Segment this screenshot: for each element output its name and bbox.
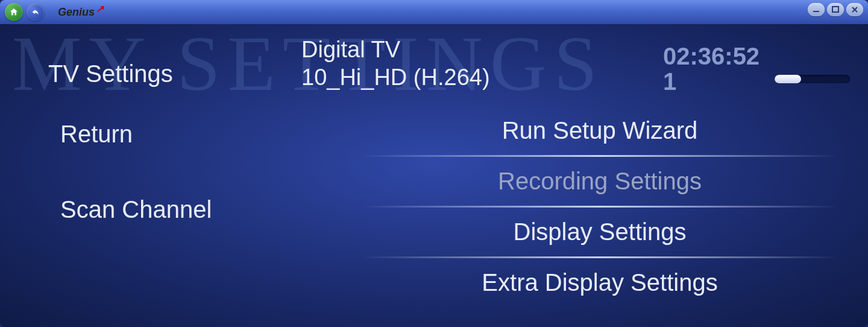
close-button[interactable] xyxy=(846,3,863,16)
menu-item-label: Display Settings xyxy=(514,218,687,245)
menu-item-label: Run Setup Wizard xyxy=(502,117,698,144)
menu-item-label: Return xyxy=(60,121,133,147)
menu-item-label: Scan Channel xyxy=(60,196,212,223)
signal-index: 1 xyxy=(663,68,676,95)
titlebar-left: Genius ↗ xyxy=(5,3,104,21)
home-icon xyxy=(9,7,19,17)
menu-item-label: Extra Display Settings xyxy=(482,269,717,296)
brand-arrow-icon: ↗ xyxy=(96,3,104,14)
menu-item-display-settings[interactable]: Display Settings xyxy=(350,210,850,254)
channel-info: Digital TV 10_Hi_HD (H.264) xyxy=(301,36,490,91)
menu-item-run-setup-wizard[interactable]: Run Setup Wizard xyxy=(350,109,850,153)
signal-strength-fill xyxy=(775,75,801,83)
brand-text: Genius xyxy=(58,6,95,19)
left-menu: Return Scan Channel xyxy=(60,97,350,305)
header-row: TV Settings Digital TV 10_Hi_HD (H.264) … xyxy=(0,24,868,97)
menu-item-label: Recording Settings xyxy=(498,168,702,194)
page-title: TV Settings xyxy=(48,36,301,87)
channel-name: 10_Hi_HD (H.264) xyxy=(301,64,490,92)
window-controls xyxy=(808,3,863,16)
signal-strength-bar xyxy=(775,75,850,83)
svg-rect-0 xyxy=(813,11,819,12)
back-button[interactable] xyxy=(27,3,45,21)
menu-item-recording-settings[interactable]: Recording Settings xyxy=(350,159,850,203)
menu-item-return[interactable]: Return xyxy=(60,115,350,154)
app-window: Genius ↗ MY SETTINGS TV Settings Digital… xyxy=(0,0,868,327)
menu-area: Return Scan Channel Run Setup Wizard Rec… xyxy=(0,97,868,305)
brand-logo: Genius ↗ xyxy=(58,6,104,19)
menu-divider xyxy=(362,206,838,208)
back-arrow-icon xyxy=(31,7,40,17)
clock-time: 02:36:52 xyxy=(663,43,760,69)
minimize-icon xyxy=(813,6,820,13)
maximize-icon xyxy=(832,6,839,13)
menu-item-scan-channel[interactable]: Scan Channel xyxy=(60,190,350,229)
titlebar: Genius ↗ xyxy=(0,0,868,24)
minimize-button[interactable] xyxy=(808,3,825,16)
menu-divider xyxy=(362,155,838,157)
maximize-button[interactable] xyxy=(827,3,844,16)
close-icon xyxy=(851,6,858,13)
svg-rect-1 xyxy=(832,7,838,12)
content: MY SETTINGS TV Settings Digital TV 10_Hi… xyxy=(0,24,868,327)
clock: 02:36:52 1 xyxy=(663,43,772,94)
right-menu: Run Setup Wizard Recording Settings Disp… xyxy=(350,97,850,305)
menu-divider xyxy=(362,256,838,258)
menu-item-extra-display-settings[interactable]: Extra Display Settings xyxy=(350,261,850,305)
source-type: Digital TV xyxy=(301,36,490,64)
home-button[interactable] xyxy=(5,3,23,21)
